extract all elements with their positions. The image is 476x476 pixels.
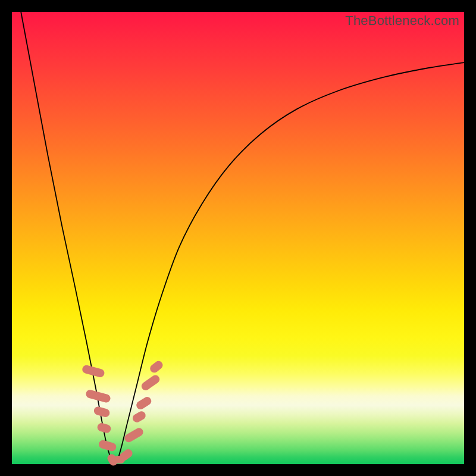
bottleneck-curve bbox=[12, 12, 464, 464]
chart-frame: TheBottleneck.com bbox=[0, 0, 476, 476]
plot-area: TheBottleneck.com bbox=[12, 12, 464, 464]
